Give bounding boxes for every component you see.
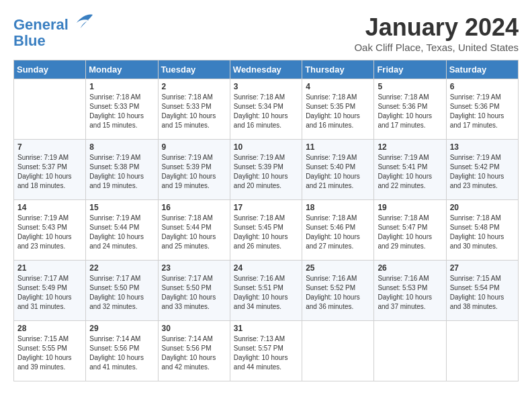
day-number: 18 [306, 203, 370, 212]
logo-text: General [13, 13, 94, 33]
day-info: Sunrise: 7:14 AMSunset: 5:56 PMDaylight:… [89, 334, 154, 372]
day-number: 28 [17, 324, 82, 333]
day-info: Sunrise: 7:18 AMSunset: 5:33 PMDaylight:… [89, 93, 154, 130]
day-number: 12 [378, 142, 442, 152]
day-info: Sunrise: 7:18 AMSunset: 5:47 PMDaylight:… [378, 214, 442, 251]
day-number: 26 [378, 263, 442, 273]
calendar-cell: 12Sunrise: 7:19 AMSunset: 5:41 PMDayligh… [374, 140, 446, 200]
day-number: 22 [89, 263, 154, 273]
day-number: 31 [234, 324, 298, 333]
day-info: Sunrise: 7:18 AMSunset: 5:46 PMDaylight:… [306, 214, 370, 251]
day-number: 1 [89, 82, 154, 91]
calendar-cell: 8Sunrise: 7:19 AMSunset: 5:38 PMDaylight… [86, 140, 158, 200]
day-number: 17 [234, 203, 298, 212]
calendar-cell: 29Sunrise: 7:14 AMSunset: 5:56 PMDayligh… [86, 321, 158, 381]
weekday-header-saturday: Saturday [446, 60, 518, 79]
day-number: 4 [306, 82, 370, 91]
day-number: 8 [89, 142, 154, 152]
day-info: Sunrise: 7:15 AMSunset: 5:54 PMDaylight:… [450, 274, 515, 312]
day-number: 29 [89, 324, 154, 333]
calendar-cell: 6Sunrise: 7:19 AMSunset: 5:36 PMDaylight… [446, 79, 518, 140]
week-row-5: 28Sunrise: 7:15 AMSunset: 5:55 PMDayligh… [14, 321, 519, 381]
weekday-header-thursday: Thursday [302, 60, 374, 79]
calendar-cell: 13Sunrise: 7:19 AMSunset: 5:42 PMDayligh… [446, 140, 518, 200]
day-info: Sunrise: 7:18 AMSunset: 5:48 PMDaylight:… [450, 214, 515, 251]
logo: General Blue [13, 13, 94, 49]
day-info: Sunrise: 7:18 AMSunset: 5:36 PMDaylight:… [378, 93, 442, 130]
calendar-cell: 11Sunrise: 7:19 AMSunset: 5:40 PMDayligh… [302, 140, 374, 200]
day-number: 20 [450, 203, 515, 212]
day-number: 25 [306, 263, 370, 273]
calendar-subtitle: Oak Cliff Place, Texas, United States [354, 42, 519, 53]
day-info: Sunrise: 7:19 AMSunset: 5:36 PMDaylight:… [450, 93, 515, 130]
day-info: Sunrise: 7:19 AMSunset: 5:38 PMDaylight:… [89, 153, 154, 191]
day-number: 6 [450, 82, 515, 91]
day-number: 11 [306, 142, 370, 152]
day-info: Sunrise: 7:19 AMSunset: 5:37 PMDaylight:… [17, 153, 82, 191]
day-number: 5 [378, 82, 442, 91]
day-number: 14 [17, 203, 82, 212]
day-info: Sunrise: 7:16 AMSunset: 5:53 PMDaylight:… [378, 274, 442, 312]
day-number: 7 [17, 142, 82, 152]
day-info: Sunrise: 7:17 AMSunset: 5:49 PMDaylight:… [17, 274, 82, 312]
day-info: Sunrise: 7:19 AMSunset: 5:43 PMDaylight:… [17, 214, 82, 251]
day-number: 27 [450, 263, 515, 273]
day-info: Sunrise: 7:14 AMSunset: 5:56 PMDaylight:… [162, 334, 226, 372]
day-info: Sunrise: 7:19 AMSunset: 5:39 PMDaylight:… [234, 153, 298, 191]
day-number: 19 [378, 203, 442, 212]
calendar-cell: 18Sunrise: 7:18 AMSunset: 5:46 PMDayligh… [302, 200, 374, 261]
weekday-header-monday: Monday [86, 60, 158, 79]
calendar-cell: 17Sunrise: 7:18 AMSunset: 5:45 PMDayligh… [230, 200, 302, 261]
day-number: 30 [162, 324, 226, 333]
day-info: Sunrise: 7:15 AMSunset: 5:55 PMDaylight:… [17, 334, 82, 372]
week-row-4: 21Sunrise: 7:17 AMSunset: 5:49 PMDayligh… [14, 261, 519, 321]
calendar-cell: 5Sunrise: 7:18 AMSunset: 5:36 PMDaylight… [374, 79, 446, 140]
day-number: 13 [450, 142, 515, 152]
calendar-cell: 9Sunrise: 7:19 AMSunset: 5:39 PMDaylight… [158, 140, 230, 200]
logo-general: General [13, 16, 69, 33]
calendar-cell: 27Sunrise: 7:15 AMSunset: 5:54 PMDayligh… [446, 261, 518, 321]
weekday-header-tuesday: Tuesday [158, 60, 230, 79]
day-info: Sunrise: 7:17 AMSunset: 5:50 PMDaylight:… [89, 274, 154, 312]
weekday-header-wednesday: Wednesday [230, 60, 302, 79]
day-info: Sunrise: 7:18 AMSunset: 5:45 PMDaylight:… [234, 214, 298, 251]
page-header: General Blue January 2024 Oak Cliff Plac… [13, 13, 519, 53]
day-number: 24 [234, 263, 298, 273]
logo-blue: Blue [13, 33, 94, 49]
day-number: 15 [89, 203, 154, 212]
calendar-cell: 21Sunrise: 7:17 AMSunset: 5:49 PMDayligh… [14, 261, 86, 321]
calendar-cell [14, 79, 86, 140]
calendar-cell: 28Sunrise: 7:15 AMSunset: 5:55 PMDayligh… [14, 321, 86, 381]
calendar-cell: 7Sunrise: 7:19 AMSunset: 5:37 PMDaylight… [14, 140, 86, 200]
calendar-table: SundayMondayTuesdayWednesdayThursdayFrid… [13, 60, 519, 381]
day-info: Sunrise: 7:19 AMSunset: 5:39 PMDaylight:… [162, 153, 226, 191]
calendar-cell: 19Sunrise: 7:18 AMSunset: 5:47 PMDayligh… [374, 200, 446, 261]
calendar-body: 1Sunrise: 7:18 AMSunset: 5:33 PMDaylight… [14, 79, 519, 381]
day-number: 21 [17, 263, 82, 273]
calendar-cell: 16Sunrise: 7:18 AMSunset: 5:44 PMDayligh… [158, 200, 230, 261]
calendar-cell: 20Sunrise: 7:18 AMSunset: 5:48 PMDayligh… [446, 200, 518, 261]
calendar-cell: 30Sunrise: 7:14 AMSunset: 5:56 PMDayligh… [158, 321, 230, 381]
calendar-cell: 14Sunrise: 7:19 AMSunset: 5:43 PMDayligh… [14, 200, 86, 261]
weekday-header-sunday: Sunday [14, 60, 86, 79]
week-row-1: 1Sunrise: 7:18 AMSunset: 5:33 PMDaylight… [14, 79, 519, 140]
day-number: 10 [234, 142, 298, 152]
day-info: Sunrise: 7:17 AMSunset: 5:50 PMDaylight:… [162, 274, 226, 312]
day-info: Sunrise: 7:18 AMSunset: 5:34 PMDaylight:… [234, 93, 298, 130]
calendar-cell: 22Sunrise: 7:17 AMSunset: 5:50 PMDayligh… [86, 261, 158, 321]
title-block: January 2024 Oak Cliff Place, Texas, Uni… [354, 13, 519, 53]
weekday-header-friday: Friday [374, 60, 446, 79]
calendar-cell: 26Sunrise: 7:16 AMSunset: 5:53 PMDayligh… [374, 261, 446, 321]
calendar-cell: 10Sunrise: 7:19 AMSunset: 5:39 PMDayligh… [230, 140, 302, 200]
week-row-2: 7Sunrise: 7:19 AMSunset: 5:37 PMDaylight… [14, 140, 519, 200]
day-number: 2 [162, 82, 226, 91]
day-info: Sunrise: 7:19 AMSunset: 5:42 PMDaylight:… [450, 153, 515, 191]
day-number: 3 [234, 82, 298, 91]
calendar-cell: 25Sunrise: 7:16 AMSunset: 5:52 PMDayligh… [302, 261, 374, 321]
calendar-title: January 2024 [354, 13, 519, 42]
calendar-cell: 15Sunrise: 7:19 AMSunset: 5:44 PMDayligh… [86, 200, 158, 261]
day-info: Sunrise: 7:18 AMSunset: 5:35 PMDaylight:… [306, 93, 370, 130]
calendar-cell [302, 321, 374, 381]
logo-bird-icon [74, 13, 94, 30]
day-number: 16 [162, 203, 226, 212]
